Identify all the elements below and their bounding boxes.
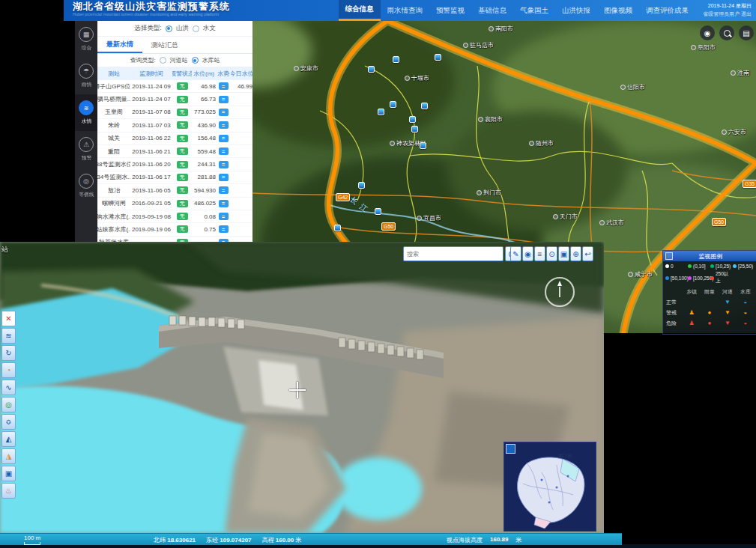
- table-row[interactable]: 狮子山GPS位..2019-11-24 09无46.98=46.99: [97, 80, 252, 93]
- overview-inset-map[interactable]: 海口市: [504, 442, 596, 532]
- status-badge: 无: [177, 109, 188, 116]
- nav-item-rain-water-query[interactable]: 雨水情查询: [381, 0, 430, 21]
- frame-tool-button[interactable]: ▣: [1, 466, 16, 481]
- terrain-icon: ◭: [6, 435, 12, 443]
- sidebar-item-rain[interactable]: ☂ 雨情: [75, 58, 97, 94]
- rotate-tool-button[interactable]: ↻: [1, 345, 16, 361]
- undo-tool-button[interactable]: ↩: [582, 246, 593, 261]
- station-marker[interactable]: [420, 142, 426, 149]
- scale-dot: [710, 264, 714, 268]
- status-badge: 无: [177, 213, 188, 220]
- status-badge: 无: [177, 82, 188, 90]
- map-city-label: 荆门市: [477, 189, 501, 197]
- sidebar-item-water[interactable]: ≋ 水情: [75, 94, 97, 131]
- image-icon: ▣: [560, 250, 567, 258]
- splash-tool-button[interactable]: ≎: [1, 414, 16, 430]
- table-row[interactable]: 朱岭2019-11-07 03无436.90=: [97, 119, 252, 132]
- globe-tool-button[interactable]: ⊕: [570, 246, 581, 261]
- map-city-label: 天门市: [553, 213, 578, 221]
- nav-item-warning-monitor[interactable]: 预警监视: [429, 0, 471, 21]
- undo-icon: ↩: [584, 250, 590, 258]
- station-marker[interactable]: [393, 56, 399, 63]
- map-city-label: 驻马店市: [463, 41, 494, 49]
- analysis-tool-button[interactable]: ♨: [1, 483, 16, 499]
- table-row[interactable]: 38号监测水位2019-11-06 20无244.31=: [97, 158, 252, 171]
- station-marker[interactable]: [421, 103, 428, 109]
- compass[interactable]: [545, 277, 575, 307]
- city-marker-icon: [620, 85, 626, 90]
- view-tool-button[interactable]: ⊙: [546, 246, 557, 261]
- tab-station-summary[interactable]: 测站汇总: [142, 37, 187, 53]
- legend-matrix: 乡镇 雨量 河道 水库 正常 ▼ ◖ 警戒 ♟ ● ▼ ◖ 危险 ♟ ● ▼ ◖: [663, 287, 756, 328]
- nav-item-basic-info[interactable]: 基础信息: [471, 0, 513, 21]
- ripple-tool-button[interactable]: ∿: [1, 380, 16, 395]
- table-row[interactable]: 响水滩水库(..2019-09-19 08无0.08=: [97, 210, 252, 223]
- nav-item-video[interactable]: 图像视频: [597, 0, 639, 21]
- radio-reservoir-station[interactable]: [192, 57, 199, 64]
- locate-button[interactable]: ◉: [700, 25, 715, 40]
- close-tool-button[interactable]: ✕: [1, 311, 16, 326]
- station-marker[interactable]: [375, 208, 381, 215]
- sidebar-item-warning[interactable]: ⚠ 预警: [75, 131, 97, 168]
- sidebar-item-isoline[interactable]: ◎ 等值线: [75, 168, 97, 204]
- inset-expand-icon[interactable]: [506, 444, 515, 454]
- nav-item-survey-results[interactable]: 调查评价成果: [639, 0, 695, 21]
- nav-item-comprehensive[interactable]: 综合信息: [339, 0, 381, 21]
- nav-item-meteo-land[interactable]: 气象国土: [513, 0, 555, 21]
- table-row[interactable]: 螺蛳河闸2016-09-21 05无486.025=: [97, 198, 252, 210]
- nav-item-flood-bulletin[interactable]: 山洪快报: [555, 0, 597, 21]
- table-row[interactable]: 重阳2019-11-06 21无559.48=: [97, 145, 252, 158]
- city-marker-icon: [390, 141, 395, 146]
- current-date: 2019-11-24 星期日: [703, 2, 752, 10]
- road-badge: G35: [743, 180, 756, 188]
- search-input[interactable]: [403, 246, 504, 261]
- scale-dot: [710, 276, 714, 280]
- map-city-label: 咸宁市: [628, 270, 653, 278]
- station-marker[interactable]: [368, 66, 375, 73]
- typhoon-tool-button[interactable]: ◔: [1, 362, 16, 378]
- list-tool-button[interactable]: ≡: [534, 246, 545, 261]
- station-marker[interactable]: [409, 116, 416, 123]
- scale-indicator: 100 m: [24, 535, 40, 545]
- warning-icon: ⚠: [79, 137, 94, 152]
- terrain-tool-button[interactable]: ◭: [1, 431, 16, 447]
- map-search-button[interactable]: [719, 25, 734, 40]
- map-city-label: 武汉市: [599, 219, 624, 227]
- radar-tool-button[interactable]: ◎: [1, 397, 16, 412]
- scale-dot: [733, 264, 737, 268]
- table-row[interactable]: 敖冶2019-11-06 05无594.930=: [97, 184, 252, 197]
- tab-latest-water[interactable]: 最新水情: [97, 37, 142, 53]
- flood-tool-button[interactable]: ≋: [1, 328, 16, 344]
- map-city-label: 随州市: [529, 139, 554, 147]
- radio-mountain-flood[interactable]: [166, 25, 172, 32]
- radio-river-station[interactable]: [160, 57, 166, 64]
- reservoir-danger-icon: ◖: [743, 322, 749, 326]
- road-badge: G50: [712, 218, 726, 226]
- layers-button[interactable]: ▤: [739, 25, 754, 40]
- table-row[interactable]: 驷马桥雨量..2019-11-24 07无66.73=: [97, 93, 252, 106]
- radio-hydrology[interactable]: [193, 25, 199, 32]
- city-marker-icon: [691, 45, 696, 50]
- sidebar-item-comprehensive[interactable]: ▦ 综合: [75, 21, 97, 58]
- station-marker[interactable]: [334, 225, 341, 231]
- table-row[interactable]: 城关2019-11-06 22无156.48=: [97, 133, 252, 145]
- sand-tool-button[interactable]: ◮: [1, 448, 16, 464]
- scene-3d-viewer[interactable]: 站 ✎ ◉ ≡ ⊙ ▣ ⊕ ↩ ✕ ≋ ↻ ◔ ∿ ◎ ≎ ◭ ◮ ▣ ♨ 海口…: [0, 242, 604, 533]
- status-badge: 无: [177, 161, 188, 168]
- rain-alert-icon: ●: [708, 309, 712, 316]
- trend-badge: =: [219, 96, 229, 103]
- camera-tool-button[interactable]: ◉: [522, 246, 533, 261]
- station-marker[interactable]: [390, 101, 396, 108]
- panel-tabs: 最新水情 测站汇总: [97, 37, 252, 54]
- table-row[interactable]: 姑娘寨水库(..2019-09-19 06无0.75=: [97, 223, 252, 236]
- table-row[interactable]: 34号监测水..2019-11-06 17无281.88=: [97, 171, 252, 184]
- draw-tool-button[interactable]: ✎: [510, 246, 521, 261]
- station-marker[interactable]: [411, 126, 418, 133]
- table-row[interactable]: 玉皇阁2019-11-07 08无773.025=: [97, 106, 252, 119]
- image-tool-button[interactable]: ▣: [558, 246, 569, 261]
- station-marker[interactable]: [435, 54, 441, 61]
- status-badge: 无: [177, 225, 188, 233]
- station-marker[interactable]: [378, 109, 384, 115]
- user-logout[interactable]: 省级管理员用户 退出: [703, 10, 752, 19]
- station-marker[interactable]: [358, 182, 365, 189]
